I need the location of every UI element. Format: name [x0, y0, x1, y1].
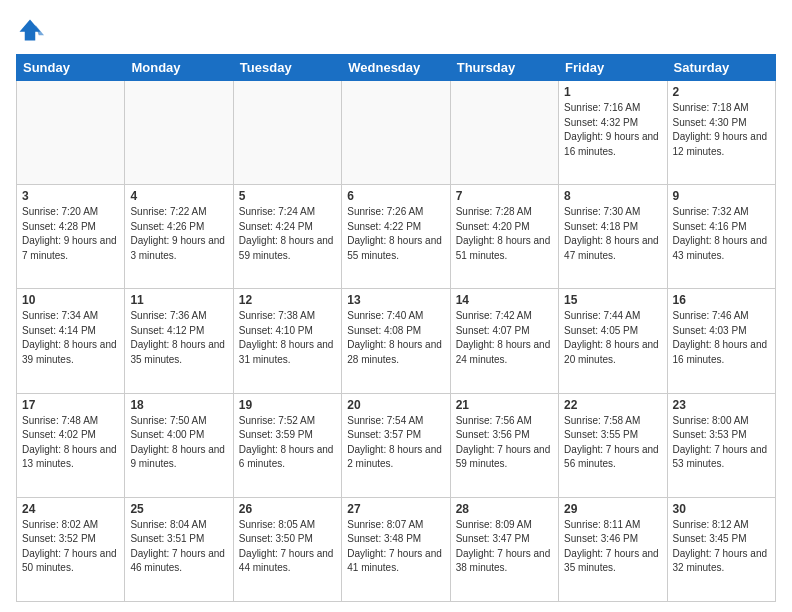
day-number: 17	[22, 398, 119, 412]
day-number: 20	[347, 398, 444, 412]
day-number: 9	[673, 189, 770, 203]
day-cell: 17Sunrise: 7:48 AMSunset: 4:02 PMDayligh…	[17, 393, 125, 497]
calendar-table: SundayMondayTuesdayWednesdayThursdayFrid…	[16, 54, 776, 602]
day-number: 19	[239, 398, 336, 412]
day-number: 25	[130, 502, 227, 516]
day-info: Sunrise: 7:36 AMSunset: 4:12 PMDaylight:…	[130, 309, 227, 367]
day-number: 27	[347, 502, 444, 516]
day-number: 23	[673, 398, 770, 412]
day-info: Sunrise: 7:52 AMSunset: 3:59 PMDaylight:…	[239, 414, 336, 472]
day-number: 18	[130, 398, 227, 412]
day-info: Sunrise: 7:28 AMSunset: 4:20 PMDaylight:…	[456, 205, 553, 263]
day-cell: 3Sunrise: 7:20 AMSunset: 4:28 PMDaylight…	[17, 185, 125, 289]
day-info: Sunrise: 7:38 AMSunset: 4:10 PMDaylight:…	[239, 309, 336, 367]
col-header-tuesday: Tuesday	[233, 55, 341, 81]
day-number: 28	[456, 502, 553, 516]
col-header-monday: Monday	[125, 55, 233, 81]
day-number: 13	[347, 293, 444, 307]
day-info: Sunrise: 7:48 AMSunset: 4:02 PMDaylight:…	[22, 414, 119, 472]
logo-icon	[16, 16, 44, 44]
day-number: 22	[564, 398, 661, 412]
day-cell: 26Sunrise: 8:05 AMSunset: 3:50 PMDayligh…	[233, 497, 341, 601]
day-number: 1	[564, 85, 661, 99]
col-header-sunday: Sunday	[17, 55, 125, 81]
day-number: 29	[564, 502, 661, 516]
day-number: 15	[564, 293, 661, 307]
day-info: Sunrise: 8:00 AMSunset: 3:53 PMDaylight:…	[673, 414, 770, 472]
day-info: Sunrise: 7:30 AMSunset: 4:18 PMDaylight:…	[564, 205, 661, 263]
col-header-saturday: Saturday	[667, 55, 775, 81]
day-cell: 29Sunrise: 8:11 AMSunset: 3:46 PMDayligh…	[559, 497, 667, 601]
day-number: 11	[130, 293, 227, 307]
day-cell	[233, 81, 341, 185]
day-info: Sunrise: 7:26 AMSunset: 4:22 PMDaylight:…	[347, 205, 444, 263]
day-info: Sunrise: 7:40 AMSunset: 4:08 PMDaylight:…	[347, 309, 444, 367]
day-cell: 22Sunrise: 7:58 AMSunset: 3:55 PMDayligh…	[559, 393, 667, 497]
day-number: 21	[456, 398, 553, 412]
day-cell: 9Sunrise: 7:32 AMSunset: 4:16 PMDaylight…	[667, 185, 775, 289]
header	[16, 16, 776, 44]
day-cell: 2Sunrise: 7:18 AMSunset: 4:30 PMDaylight…	[667, 81, 775, 185]
day-cell: 23Sunrise: 8:00 AMSunset: 3:53 PMDayligh…	[667, 393, 775, 497]
day-cell: 11Sunrise: 7:36 AMSunset: 4:12 PMDayligh…	[125, 289, 233, 393]
week-row-5: 24Sunrise: 8:02 AMSunset: 3:52 PMDayligh…	[17, 497, 776, 601]
day-cell: 5Sunrise: 7:24 AMSunset: 4:24 PMDaylight…	[233, 185, 341, 289]
col-header-thursday: Thursday	[450, 55, 558, 81]
day-cell: 12Sunrise: 7:38 AMSunset: 4:10 PMDayligh…	[233, 289, 341, 393]
day-info: Sunrise: 7:18 AMSunset: 4:30 PMDaylight:…	[673, 101, 770, 159]
day-info: Sunrise: 8:02 AMSunset: 3:52 PMDaylight:…	[22, 518, 119, 576]
page: SundayMondayTuesdayWednesdayThursdayFrid…	[0, 0, 792, 612]
day-info: Sunrise: 8:09 AMSunset: 3:47 PMDaylight:…	[456, 518, 553, 576]
week-row-2: 3Sunrise: 7:20 AMSunset: 4:28 PMDaylight…	[17, 185, 776, 289]
day-number: 6	[347, 189, 444, 203]
day-cell: 25Sunrise: 8:04 AMSunset: 3:51 PMDayligh…	[125, 497, 233, 601]
day-number: 30	[673, 502, 770, 516]
day-number: 16	[673, 293, 770, 307]
day-info: Sunrise: 7:54 AMSunset: 3:57 PMDaylight:…	[347, 414, 444, 472]
day-number: 8	[564, 189, 661, 203]
day-cell: 20Sunrise: 7:54 AMSunset: 3:57 PMDayligh…	[342, 393, 450, 497]
col-header-wednesday: Wednesday	[342, 55, 450, 81]
day-cell: 8Sunrise: 7:30 AMSunset: 4:18 PMDaylight…	[559, 185, 667, 289]
calendar-header-row: SundayMondayTuesdayWednesdayThursdayFrid…	[17, 55, 776, 81]
day-info: Sunrise: 8:11 AMSunset: 3:46 PMDaylight:…	[564, 518, 661, 576]
day-cell: 30Sunrise: 8:12 AMSunset: 3:45 PMDayligh…	[667, 497, 775, 601]
day-info: Sunrise: 7:58 AMSunset: 3:55 PMDaylight:…	[564, 414, 661, 472]
day-info: Sunrise: 7:20 AMSunset: 4:28 PMDaylight:…	[22, 205, 119, 263]
day-number: 10	[22, 293, 119, 307]
day-info: Sunrise: 7:46 AMSunset: 4:03 PMDaylight:…	[673, 309, 770, 367]
day-number: 26	[239, 502, 336, 516]
day-cell: 16Sunrise: 7:46 AMSunset: 4:03 PMDayligh…	[667, 289, 775, 393]
day-cell: 6Sunrise: 7:26 AMSunset: 4:22 PMDaylight…	[342, 185, 450, 289]
day-info: Sunrise: 8:12 AMSunset: 3:45 PMDaylight:…	[673, 518, 770, 576]
week-row-3: 10Sunrise: 7:34 AMSunset: 4:14 PMDayligh…	[17, 289, 776, 393]
day-number: 4	[130, 189, 227, 203]
day-number: 7	[456, 189, 553, 203]
day-info: Sunrise: 7:16 AMSunset: 4:32 PMDaylight:…	[564, 101, 661, 159]
week-row-4: 17Sunrise: 7:48 AMSunset: 4:02 PMDayligh…	[17, 393, 776, 497]
day-info: Sunrise: 7:42 AMSunset: 4:07 PMDaylight:…	[456, 309, 553, 367]
logo	[16, 16, 48, 44]
day-cell	[450, 81, 558, 185]
col-header-friday: Friday	[559, 55, 667, 81]
day-number: 5	[239, 189, 336, 203]
day-info: Sunrise: 7:34 AMSunset: 4:14 PMDaylight:…	[22, 309, 119, 367]
day-cell: 4Sunrise: 7:22 AMSunset: 4:26 PMDaylight…	[125, 185, 233, 289]
day-cell: 1Sunrise: 7:16 AMSunset: 4:32 PMDaylight…	[559, 81, 667, 185]
day-cell: 28Sunrise: 8:09 AMSunset: 3:47 PMDayligh…	[450, 497, 558, 601]
day-cell	[342, 81, 450, 185]
day-info: Sunrise: 7:22 AMSunset: 4:26 PMDaylight:…	[130, 205, 227, 263]
day-number: 2	[673, 85, 770, 99]
day-cell: 19Sunrise: 7:52 AMSunset: 3:59 PMDayligh…	[233, 393, 341, 497]
day-info: Sunrise: 7:50 AMSunset: 4:00 PMDaylight:…	[130, 414, 227, 472]
day-cell: 18Sunrise: 7:50 AMSunset: 4:00 PMDayligh…	[125, 393, 233, 497]
week-row-1: 1Sunrise: 7:16 AMSunset: 4:32 PMDaylight…	[17, 81, 776, 185]
day-number: 12	[239, 293, 336, 307]
day-number: 24	[22, 502, 119, 516]
day-info: Sunrise: 7:32 AMSunset: 4:16 PMDaylight:…	[673, 205, 770, 263]
day-info: Sunrise: 8:07 AMSunset: 3:48 PMDaylight:…	[347, 518, 444, 576]
day-cell: 24Sunrise: 8:02 AMSunset: 3:52 PMDayligh…	[17, 497, 125, 601]
day-info: Sunrise: 7:24 AMSunset: 4:24 PMDaylight:…	[239, 205, 336, 263]
day-cell	[125, 81, 233, 185]
day-number: 14	[456, 293, 553, 307]
